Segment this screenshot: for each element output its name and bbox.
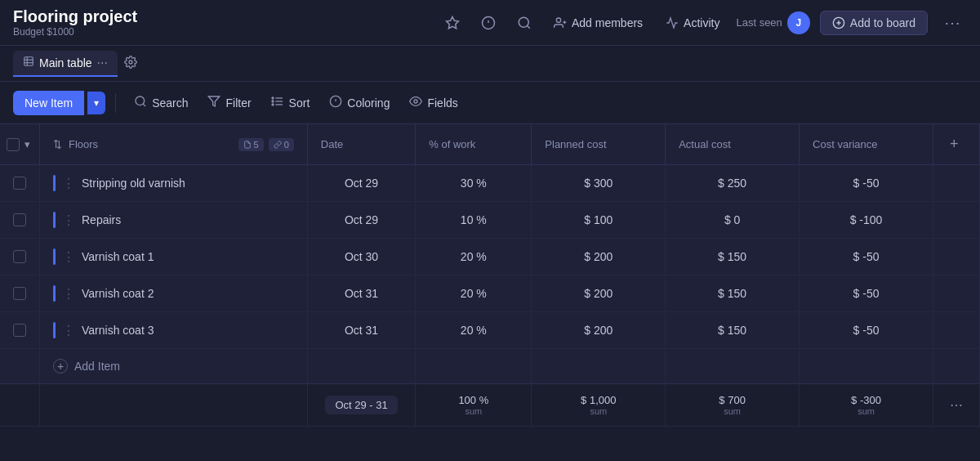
row-checkbox[interactable] xyxy=(13,287,26,300)
row-name: Varnish coat 3 xyxy=(82,324,154,337)
expand-arrow[interactable]: ▾ xyxy=(24,138,30,150)
tab-more-button[interactable]: ··· xyxy=(97,56,108,70)
th-variance: Cost variance xyxy=(800,124,933,165)
avatar: J xyxy=(787,11,810,34)
coloring-button[interactable]: Coloring xyxy=(321,90,398,116)
row-date: Oct 29 xyxy=(307,202,416,239)
row-drag-handle[interactable]: ⋮ xyxy=(62,323,75,338)
row-color-bar xyxy=(53,322,56,338)
info-button[interactable] xyxy=(475,10,501,36)
tabs-bar: Main table ··· xyxy=(0,46,980,82)
add-item-checkbox-cell xyxy=(0,349,40,384)
row-drag-handle[interactable]: ⋮ xyxy=(62,286,75,302)
row-name-cell: ⋮ Varnish coat 1 xyxy=(40,239,308,275)
add-item-planned xyxy=(532,349,666,384)
th-planned: Planned cost xyxy=(532,124,666,165)
add-column-button[interactable]: + xyxy=(947,132,962,156)
fields-icon xyxy=(409,95,422,111)
footer-pct: 100 % sum xyxy=(416,384,532,427)
footer-variance-label: sum xyxy=(813,406,920,416)
row-drag-handle[interactable]: ⋮ xyxy=(62,176,75,191)
data-table: ▾ ⇅ Floors 5 xyxy=(0,124,980,427)
row-date: Oct 30 xyxy=(307,239,416,275)
add-item-extra xyxy=(933,349,980,384)
row-checkbox[interactable] xyxy=(13,250,26,263)
row-actual: $ 150 xyxy=(666,239,800,275)
row-color-bar xyxy=(53,285,56,302)
row-color-bar xyxy=(53,175,56,191)
project-title: Flooring project xyxy=(13,7,439,26)
add-item-label: Add Item xyxy=(74,360,120,373)
row-name-cell: ⋮ Stripping old varnish xyxy=(40,165,308,202)
add-item-row[interactable]: + Add Item xyxy=(0,349,980,384)
row-name: Varnish coat 2 xyxy=(82,287,154,300)
add-members-button[interactable]: Add members xyxy=(547,13,649,33)
sort-icon xyxy=(271,95,284,111)
row-planned: $ 100 xyxy=(532,202,666,239)
row-name-cell: ⋮ Varnish coat 2 xyxy=(40,275,308,312)
tab-settings-button[interactable] xyxy=(124,56,137,72)
row-extra xyxy=(933,239,980,275)
svg-line-18 xyxy=(143,104,145,106)
row-variance: $ -50 xyxy=(800,165,933,202)
checkbox-cell: ▾ xyxy=(7,138,33,151)
floors-label: Floors xyxy=(69,138,98,150)
row-pct: 20 % xyxy=(416,275,532,312)
doc-badge: 5 xyxy=(238,138,264,151)
new-item-dropdown-button[interactable]: ▾ xyxy=(87,92,105,114)
row-drag-handle[interactable]: ⋮ xyxy=(62,249,75,265)
filter-icon xyxy=(207,95,220,111)
filter-button[interactable]: Filter xyxy=(199,90,259,116)
table-row[interactable]: ⋮ Stripping old varnish Oct 29 30 % $ 30… xyxy=(0,165,980,202)
footer-pct-label: sum xyxy=(429,406,518,416)
search-button[interactable]: Search xyxy=(126,90,196,116)
row-extra xyxy=(933,165,980,202)
row-checkbox-cell xyxy=(0,312,40,349)
floors-badges: 5 0 xyxy=(238,138,294,151)
add-to-board-button[interactable]: Add to board xyxy=(820,11,928,35)
footer-pct-sum: 100 % xyxy=(429,394,518,406)
svg-marker-0 xyxy=(446,16,458,28)
select-all-checkbox[interactable] xyxy=(7,138,20,151)
add-item-cell-name[interactable]: + Add Item xyxy=(40,349,308,384)
svg-marker-19 xyxy=(209,96,220,106)
footer-more-button[interactable]: ⋯ xyxy=(947,394,966,416)
row-actual: $ 150 xyxy=(666,312,800,349)
row-date: Oct 31 xyxy=(307,312,416,349)
row-variance: $ -50 xyxy=(800,312,933,349)
row-variance: $ -100 xyxy=(800,202,933,239)
sort-button[interactable]: Sort xyxy=(263,90,318,116)
table-row[interactable]: ⋮ Varnish coat 1 Oct 30 20 % $ 200 $ 150… xyxy=(0,239,980,275)
svg-point-17 xyxy=(136,96,145,105)
search-icon xyxy=(134,95,147,111)
table-row[interactable]: ⋮ Varnish coat 3 Oct 31 20 % $ 200 $ 150… xyxy=(0,312,980,349)
row-checkbox[interactable] xyxy=(13,324,26,337)
footer-empty2 xyxy=(40,384,308,427)
sort-rows-icon: ⇅ xyxy=(53,138,62,150)
table-row[interactable]: ⋮ Repairs Oct 29 10 % $ 100 $ 0 $ -100 xyxy=(0,202,980,239)
footer-planned: $ 1,000 sum xyxy=(532,384,666,427)
svg-point-6 xyxy=(556,18,560,22)
row-extra xyxy=(933,312,980,349)
row-name: Stripping old varnish xyxy=(82,177,185,190)
row-checkbox[interactable] xyxy=(13,177,26,190)
table-header-row: ▾ ⇅ Floors 5 xyxy=(0,124,980,165)
svg-rect-12 xyxy=(24,57,33,66)
row-color-bar xyxy=(53,248,56,265)
more-options-button[interactable]: ⋯ xyxy=(938,10,967,36)
th-checkbox: ▾ xyxy=(0,124,40,165)
new-item-button[interactable]: New Item xyxy=(13,91,84,115)
activity-button[interactable]: Activity xyxy=(659,13,726,33)
fields-button[interactable]: Fields xyxy=(401,90,466,116)
search-global-button[interactable] xyxy=(511,10,537,36)
table-row[interactable]: ⋮ Varnish coat 2 Oct 31 20 % $ 200 $ 150… xyxy=(0,275,980,312)
tab-main-table[interactable]: Main table ··· xyxy=(13,51,118,77)
star-button[interactable] xyxy=(439,10,466,36)
row-drag-handle[interactable]: ⋮ xyxy=(62,213,75,228)
row-checkbox[interactable] xyxy=(13,213,26,226)
table-container: ▾ ⇅ Floors 5 xyxy=(0,124,980,427)
row-pct: 20 % xyxy=(416,312,532,349)
row-variance: $ -50 xyxy=(800,275,933,312)
footer-planned-sum: $ 1,000 xyxy=(545,394,652,406)
svg-point-24 xyxy=(272,101,274,102)
